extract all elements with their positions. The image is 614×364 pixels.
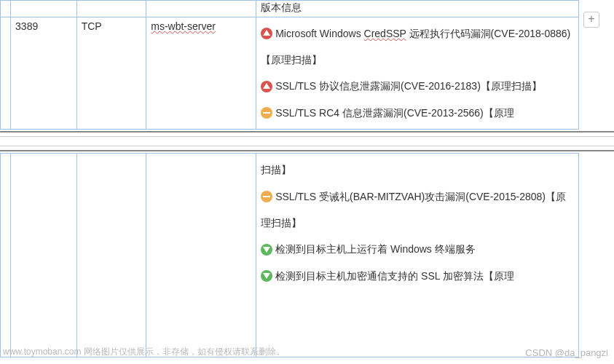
- protocol-cell: TCP: [76, 17, 146, 130]
- page-break: [0, 131, 614, 151]
- table-cell: [146, 154, 256, 357]
- vuln-item: 检测到目标主机上运行着 Windows 终端服务: [261, 236, 574, 262]
- table-cell: [11, 154, 77, 357]
- version-info-label: 版本信息: [261, 1, 302, 13]
- vuln-item: SSL/TLS 受诫礼(BAR-MITZVAH)攻击漏洞(CVE-2015-28…: [261, 183, 574, 237]
- table-cell: [76, 1, 146, 17]
- footer-site: www.toymoban.com: [3, 347, 81, 357]
- vuln-table-continued: 扫描】SSL/TLS 受诫礼(BAR-MITZVAH)攻击漏洞(CVE-2015…: [0, 153, 579, 357]
- footer-note: 网络图片仅供展示，非存储，如有侵权请联系删除。: [81, 347, 284, 357]
- vuln-item: SSL/TLS 协议信息泄露漏洞(CVE-2016-2183)【原理扫描】: [261, 73, 574, 99]
- spellcheck-word: CredSSP: [364, 28, 406, 39]
- add-button[interactable]: +: [583, 12, 599, 28]
- low-severity-icon: [261, 270, 272, 282]
- medium-severity-icon: [261, 191, 272, 202]
- table-cell: [146, 1, 256, 17]
- footer-disclaimer: www.toymoban.com 网络图片仅供展示，非存储，如有侵权请联系删除。: [3, 346, 285, 358]
- port-cell: 3389: [11, 17, 77, 130]
- low-severity-icon: [261, 244, 272, 256]
- vuln-item: 检测到目标主机加密通信支持的 SSL 加密算法【原理: [261, 263, 574, 289]
- high-severity-icon: [261, 81, 272, 92]
- vuln-table: 版本信息 3389 TCP ms-wbt-server Microsoft Wi…: [0, 0, 579, 130]
- vulns-cell-part1: Microsoft Windows CredSSP 远程执行代码漏洞(CVE-2…: [256, 17, 579, 130]
- table-row-header-fragment: 版本信息: [1, 1, 579, 17]
- plus-icon: +: [588, 12, 594, 25]
- vulns-cell-part2: 扫描】SSL/TLS 受诫礼(BAR-MITZVAH)攻击漏洞(CVE-2015…: [256, 154, 579, 357]
- port-value: 3389: [15, 20, 38, 32]
- vuln-item-continuation: 扫描】: [261, 157, 574, 183]
- table-cell: [1, 1, 11, 17]
- table-cell: 版本信息: [256, 1, 579, 17]
- table-cell: [11, 1, 77, 17]
- medium-severity-icon: [261, 107, 272, 119]
- table-cell: [1, 17, 11, 130]
- vuln-item: SSL/TLS RC4 信息泄露漏洞(CVE-2013-2566)【原理: [261, 100, 574, 126]
- service-value: ms-wbt-server: [151, 20, 216, 32]
- watermark: CSDN @da_pangzi: [525, 347, 608, 358]
- vuln-item: Microsoft Windows CredSSP 远程执行代码漏洞(CVE-2…: [261, 20, 574, 74]
- high-severity-icon: [261, 28, 272, 39]
- table-row: 扫描】SSL/TLS 受诫礼(BAR-MITZVAH)攻击漏洞(CVE-2015…: [1, 154, 579, 357]
- table-cell: [1, 154, 11, 357]
- table-row: 3389 TCP ms-wbt-server Microsoft Windows…: [1, 17, 579, 130]
- protocol-value: TCP: [82, 20, 102, 32]
- service-cell: ms-wbt-server: [146, 17, 256, 130]
- table-cell: [76, 154, 146, 357]
